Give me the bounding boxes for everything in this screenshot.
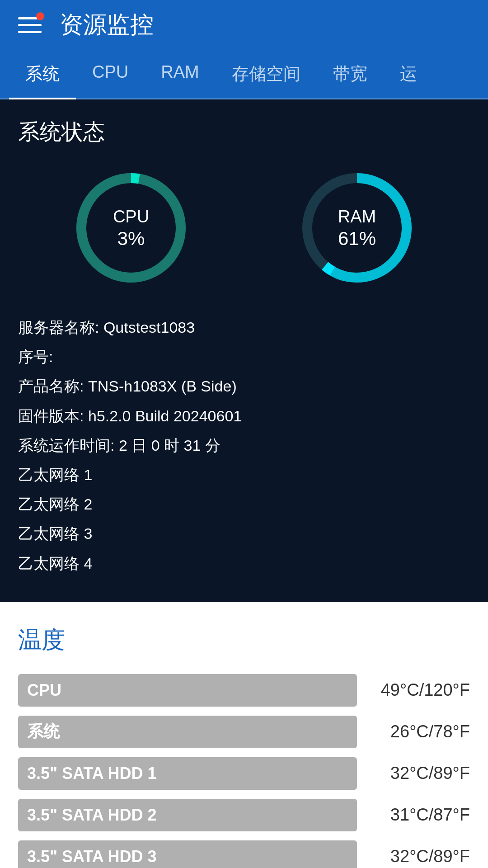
tab-cpu[interactable]: CPU	[76, 50, 145, 98]
app-title: 资源监控	[60, 9, 154, 41]
svg-text:RAM: RAM	[338, 207, 376, 226]
temp-value: 32°C/89°F	[371, 847, 470, 866]
firmware-label: 固件版本:	[18, 407, 84, 425]
header: 资源监控	[0, 0, 488, 50]
tab-more[interactable]: 运	[384, 50, 433, 98]
network4-line: 乙太网络 4	[18, 550, 470, 577]
system-status-section: 系统状态 CPU 3%	[0, 99, 488, 602]
temp-bar-fill: 3.5" SATA HDD 2	[18, 799, 147, 831]
temp-bar-label: CPU	[27, 681, 61, 700]
ram-gauge: RAM 61%	[294, 165, 420, 291]
uptime-value: 2 日 0 时 31 分	[119, 437, 221, 454]
temp-bar-label: 系统	[27, 721, 60, 743]
temp-bar-fill: 系统	[18, 716, 93, 748]
network2-line: 乙太网络 2	[18, 491, 470, 518]
temp-value: 32°C/89°F	[371, 764, 470, 783]
product-value: TNS-h1083X (B Side)	[88, 377, 237, 395]
tab-storage[interactable]: 存储空间	[216, 50, 317, 98]
temperature-section: 温度 CPU49°C/120°F系统26°C/78°F3.5" SATA HDD…	[0, 602, 488, 868]
temp-value: 26°C/78°F	[371, 722, 470, 741]
server-name-line: 服务器名称: Qutstest1083	[18, 314, 470, 341]
temperature-row: CPU49°C/120°F	[18, 674, 470, 707]
temp-bar-fill: 3.5" SATA HDD 1	[18, 757, 154, 790]
menu-bar-3	[18, 31, 42, 33]
cpu-gauge: CPU 3%	[68, 165, 194, 291]
temp-bar-fill: CPU	[18, 674, 188, 707]
temperature-title: 温度	[18, 624, 470, 656]
temp-bar-label: 3.5" SATA HDD 2	[27, 806, 156, 825]
product-label: 产品名称:	[18, 377, 84, 395]
temperature-row: 3.5" SATA HDD 332°C/89°F	[18, 840, 470, 868]
server-name-label: 服务器名称:	[18, 319, 99, 336]
temp-bar-container: 3.5" SATA HDD 3	[18, 840, 357, 868]
gauges-row: CPU 3% RAM 61%	[18, 165, 470, 291]
temp-bar-label: 3.5" SATA HDD 3	[27, 847, 156, 866]
uptime-line: 系统运作时间: 2 日 0 时 31 分	[18, 432, 470, 459]
firmware-line: 固件版本: h5.2.0 Build 20240601	[18, 402, 470, 430]
product-line: 产品名称: TNS-h1083X (B Side)	[18, 373, 470, 400]
ram-gauge-svg: RAM 61%	[294, 165, 420, 291]
temp-bar-fill: 3.5" SATA HDD 3	[18, 840, 154, 868]
tab-ram[interactable]: RAM	[145, 50, 215, 98]
tab-system[interactable]: 系统	[9, 50, 76, 98]
serial-line: 序号:	[18, 343, 470, 371]
notification-dot	[36, 12, 44, 20]
tab-bandwidth[interactable]: 带宽	[317, 50, 384, 98]
menu-bar-2	[18, 24, 42, 26]
server-name-value: Qutstest1083	[103, 319, 195, 336]
temp-value: 31°C/87°F	[371, 805, 470, 825]
firmware-value: h5.2.0 Build 20240601	[88, 407, 242, 425]
temp-bar-container: 系统	[18, 716, 357, 748]
system-status-title: 系统状态	[18, 118, 470, 146]
temp-bar-container: 3.5" SATA HDD 1	[18, 757, 357, 790]
serial-label: 序号:	[18, 348, 53, 365]
uptime-label: 系统运作时间:	[18, 437, 114, 454]
system-info: 服务器名称: Qutstest1083 序号: 产品名称: TNS-h1083X…	[18, 314, 470, 577]
network1-line: 乙太网络 1	[18, 461, 470, 489]
temp-bar-container: CPU	[18, 674, 357, 707]
network3-line: 乙太网络 3	[18, 520, 470, 547]
svg-text:CPU: CPU	[113, 207, 149, 226]
temperature-row: 3.5" SATA HDD 132°C/89°F	[18, 757, 470, 790]
temperature-row: 3.5" SATA HDD 231°C/87°F	[18, 799, 470, 831]
temp-bar-container: 3.5" SATA HDD 2	[18, 799, 357, 831]
temp-value: 49°C/120°F	[371, 680, 470, 700]
cpu-gauge-svg: CPU 3%	[68, 165, 194, 291]
temperature-row: 系统26°C/78°F	[18, 716, 470, 748]
temp-bar-label: 3.5" SATA HDD 1	[27, 764, 156, 783]
svg-text:3%: 3%	[117, 228, 145, 249]
nav-tabs: 系统 CPU RAM 存储空间 带宽 运	[0, 50, 488, 99]
temperature-list: CPU49°C/120°F系统26°C/78°F3.5" SATA HDD 13…	[18, 674, 470, 868]
svg-text:61%: 61%	[338, 228, 376, 249]
menu-button[interactable]	[18, 11, 45, 38]
